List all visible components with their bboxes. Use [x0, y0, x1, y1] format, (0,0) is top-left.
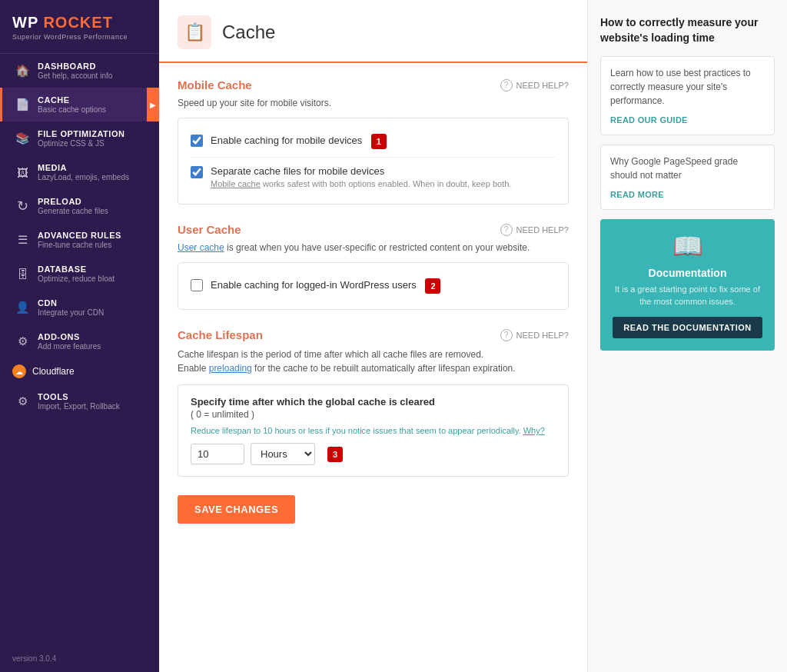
read-documentation-button[interactable]: READ THE DOCUMENTATION — [613, 317, 762, 338]
page-icon: 📋 — [178, 15, 211, 49]
sidebar-item-dashboard[interactable]: 🏠 DASHBOARD Get help, account info — [0, 54, 159, 88]
sidebar-item-add-ons[interactable]: ⚙ ADD-ONS Add more features — [0, 324, 159, 358]
right-card-1: Learn how to use best practices to corre… — [600, 56, 775, 135]
read-more-link[interactable]: READ MORE — [610, 190, 664, 199]
page-header: 📋 Cache — [159, 0, 587, 63]
mobile-help-label: NEED HELP? — [516, 81, 569, 90]
cache-label: CACHE — [38, 95, 147, 105]
preload-icon: ↻ — [15, 198, 30, 214]
why-link[interactable]: Why? — [523, 426, 545, 435]
right-card1-text: Learn how to use best practices to corre… — [610, 66, 765, 108]
user-help-label: NEED HELP? — [516, 225, 569, 235]
badge-2: 2 — [425, 278, 440, 294]
help-icon-lifespan: ? — [500, 329, 513, 341]
lifespan-help-label: NEED HELP? — [516, 331, 569, 340]
cdn-label: CDN — [38, 298, 147, 308]
sidebar-item-advanced-rules[interactable]: ☰ ADVANCED RULES Fine-tune cache rules — [0, 223, 159, 257]
user-cache-label1: Enable caching for logged-in WordPress u… — [211, 279, 417, 291]
logo-title: WP ROCKET — [12, 14, 147, 32]
content-area: Mobile Cache ? NEED HELP? Speed up your … — [159, 63, 587, 539]
home-icon: 🏠 — [15, 63, 30, 78]
read-our-guide-link[interactable]: READ OUR GUIDE — [610, 115, 688, 125]
lifespan-unit-select[interactable]: Hours Minutes Days — [251, 443, 315, 465]
mobile-cache-help[interactable]: ? NEED HELP? — [500, 79, 569, 91]
media-icon: 🖼 — [15, 165, 30, 180]
lifespan-time-input[interactable] — [191, 444, 244, 464]
advanced-rules-label: ADVANCED RULES — [38, 231, 147, 240]
right-sidebar: How to correctly measure your website's … — [587, 0, 787, 672]
mobile-cache-option2-row: Separate cache files for mobile devices … — [191, 157, 556, 193]
media-sublabel: LazyLoad, emojis, embeds — [38, 173, 147, 181]
mobile-cache-header: Mobile Cache ? NEED HELP? — [178, 78, 569, 91]
lifespan-title: Cache Lifespan — [178, 328, 263, 341]
lifespan-box: Specify time after which the global cach… — [178, 384, 569, 477]
doc-desc: It is a great starting point to fix some… — [609, 284, 765, 308]
preload-label: PRELOAD — [38, 197, 147, 206]
lifespan-header: Cache Lifespan ? NEED HELP? — [178, 328, 569, 341]
sidebar-item-cache[interactable]: 📄 CACHE Basic cache options ▶ — [0, 88, 159, 121]
lifespan-box-subtitle: ( 0 = unlimited ) — [191, 409, 556, 420]
user-cache-link[interactable]: User cache — [178, 242, 224, 253]
mobile-cache-checkbox1[interactable] — [191, 135, 203, 147]
cdn-sublabel: Integrate your CDN — [38, 308, 147, 317]
mobile-cache-title: Mobile Cache — [178, 78, 252, 91]
user-cache-header: User Cache ? NEED HELP? — [178, 223, 569, 236]
addons-sublabel: Add more features — [38, 342, 147, 351]
book-icon: 📖 — [609, 231, 765, 261]
lifespan-input-row: Hours Minutes Days 3 — [191, 443, 556, 465]
sidebar-nav: 🏠 DASHBOARD Get help, account info 📄 CAC… — [0, 54, 159, 645]
main-wrapper: 📋 Cache Mobile Cache ? NEED HELP? Speed … — [159, 0, 787, 672]
preloading-link[interactable]: preloading — [209, 363, 252, 374]
file-opt-sublabel: Optimize CSS & JS — [38, 139, 147, 148]
lifespan-desc1: Cache lifespan is the period of time aft… — [178, 349, 483, 360]
doc-title: Documentation — [609, 267, 765, 279]
mobile-cache-checkbox2[interactable] — [191, 166, 203, 178]
media-label: MEDIA — [38, 163, 147, 172]
logo-subtitle: Superior WordPress Performance — [12, 33, 147, 41]
sidebar: WP ROCKET Superior WordPress Performance… — [0, 0, 159, 672]
version-text: version 3.0.4 — [0, 645, 159, 672]
right-card-2: Why Google PageSpeed grade should not ma… — [600, 145, 775, 210]
help-icon-mobile: ? — [500, 79, 513, 91]
preload-sublabel: Generate cache files — [38, 207, 147, 215]
badge-3: 3 — [327, 447, 343, 462]
tools-label: TOOLS — [38, 392, 147, 401]
lifespan-desc: Cache lifespan is the period of time aft… — [178, 348, 569, 375]
mobile-cache-link[interactable]: Mobile cache — [211, 179, 261, 188]
right-sidebar-title: How to correctly measure your website's … — [600, 15, 775, 45]
dashboard-sublabel: Get help, account info — [38, 72, 147, 80]
advanced-rules-sublabel: Fine-tune cache rules — [38, 241, 147, 249]
sidebar-item-cloudflare[interactable]: ☁ Cloudflare — [0, 358, 159, 384]
tools-icon: ⚙ — [15, 394, 30, 409]
mobile-cache-label2: Separate cache files for mobile devices — [211, 165, 511, 177]
sidebar-item-preload[interactable]: ↻ PRELOAD Generate cache files — [0, 189, 159, 223]
lifespan-box-title: Specify time after which the global cach… — [191, 396, 556, 408]
file-opt-label: FILE OPTIMIZATION — [38, 129, 147, 138]
documentation-card: 📖 Documentation It is a great starting p… — [600, 219, 775, 351]
save-changes-button[interactable]: SAVE CHANGES — [178, 495, 295, 524]
sidebar-item-media[interactable]: 🖼 MEDIA LazyLoad, emojis, embeds — [0, 155, 159, 189]
logo: WP ROCKET Superior WordPress Performance — [0, 0, 159, 54]
sidebar-item-cdn[interactable]: 👤 CDN Integrate your CDN — [0, 291, 159, 324]
lifespan-help[interactable]: ? NEED HELP? — [500, 329, 569, 341]
mobile-cache-option1-row: Enable caching for mobile devices 1 — [191, 129, 556, 154]
user-cache-box: Enable caching for logged-in WordPress u… — [178, 262, 569, 310]
user-cache-title: User Cache — [178, 223, 241, 236]
lifespan-hint: Reduce lifespan to 10 hours or less if y… — [191, 426, 556, 435]
sidebar-item-database[interactable]: 🗄 DATABASE Optimize, reduce bloat — [0, 257, 159, 291]
database-sublabel: Optimize, reduce bloat — [38, 274, 147, 283]
sidebar-item-file-optimization[interactable]: 📚 FILE OPTIMIZATION Optimize CSS & JS — [0, 121, 159, 155]
help-icon-user: ? — [500, 224, 513, 236]
cache-sublabel: Basic cache options — [38, 105, 147, 114]
mobile-cache-desc: Speed up your site for mobile visitors. — [178, 98, 569, 108]
user-cache-checkbox1[interactable] — [191, 279, 203, 291]
user-cache-desc: User cache is great when you have user-s… — [178, 242, 569, 253]
cache-icon: 📄 — [15, 97, 30, 112]
badge-1: 1 — [371, 134, 387, 149]
sidebar-item-tools[interactable]: ⚙ TOOLS Import, Export, Rollback — [0, 384, 159, 418]
user-cache-help[interactable]: ? NEED HELP? — [500, 224, 569, 236]
tools-sublabel: Import, Export, Rollback — [38, 402, 147, 411]
addons-icon: ⚙ — [15, 334, 30, 349]
right-card2-text: Why Google PageSpeed grade should not ma… — [610, 155, 765, 182]
mobile-cache-sublabel2: Mobile cache works safest with both opti… — [211, 179, 511, 188]
